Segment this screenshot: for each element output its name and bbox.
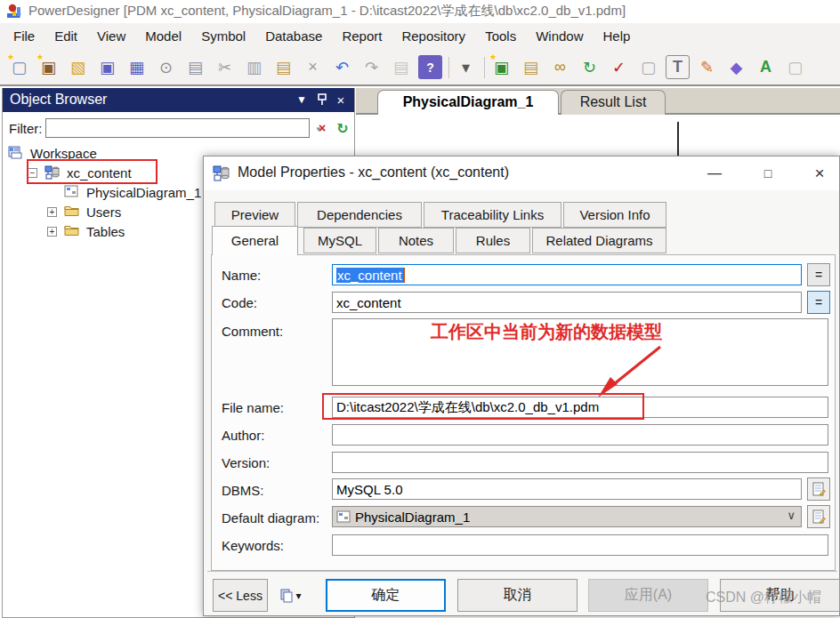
less-button[interactable]: << Less (213, 579, 268, 612)
folder-icon (64, 224, 80, 238)
new-document-icon[interactable]: ▢★ (7, 55, 31, 79)
edge-clipped-icon[interactable]: ▢ (783, 55, 807, 79)
shadow-icon[interactable]: ▢ (636, 55, 660, 79)
delete-icon[interactable]: × (301, 55, 325, 79)
comment-label: Comment: (222, 324, 283, 339)
new-badge-icon: ★ (489, 52, 497, 61)
dialog-tab-dependencies[interactable]: Dependencies (297, 202, 422, 228)
dialog-close-icon[interactable]: × (807, 162, 832, 185)
new-diagram-icon[interactable]: ▣★ (489, 55, 513, 79)
tree-expander-icon[interactable]: + (47, 207, 57, 217)
dialog-title-bar[interactable]: Model Properties - xc_content (xc_conten… (204, 157, 839, 190)
title-bar: PowerDesigner [PDM xc_content, PhysicalD… (0, 0, 840, 23)
menu-view[interactable]: View (87, 23, 135, 50)
report-menu-button[interactable]: ▾ (273, 582, 309, 608)
cancel-button[interactable]: 取消 (457, 579, 578, 612)
save-icon[interactable]: ▣ (95, 55, 119, 79)
text-caret (403, 268, 405, 283)
font-color-icon[interactable]: A (754, 55, 778, 79)
model-properties-icon[interactable]: ▤ (389, 55, 413, 79)
comment-field[interactable] (332, 318, 828, 386)
help-book-icon[interactable]: ? (418, 55, 442, 79)
name-selected-text: xc_content (336, 268, 403, 283)
title-frame-icon[interactable]: T (666, 55, 690, 79)
copy-icon[interactable]: ▥ (242, 55, 266, 79)
menu-edit[interactable]: Edit (44, 23, 87, 50)
panel-close-icon[interactable]: × (333, 92, 349, 108)
tree-expander-icon[interactable]: + (47, 227, 57, 237)
tree-expander-icon[interactable]: − (28, 168, 37, 178)
help-button[interactable]: 帮助 (720, 579, 840, 612)
save-all-icon[interactable]: ▦ (125, 55, 149, 79)
object-browser-title: Object Browser (10, 92, 107, 108)
code-equals-button[interactable]: = (807, 291, 830, 314)
menu-file[interactable]: File (4, 23, 44, 50)
default-diagram-label: Default diagram: (222, 510, 319, 526)
dialog-tab-notes[interactable]: Notes (378, 228, 454, 253)
combo-chevron-icon[interactable]: ∨ (787, 509, 796, 522)
fill-color-icon[interactable]: ◆ (724, 55, 748, 79)
object-browser-header[interactable]: Object Browser ▼ × (3, 88, 354, 112)
filter-refresh-icon[interactable]: ↻ (334, 119, 351, 137)
redo-icon[interactable]: ↷ (359, 55, 384, 79)
toolbar-overflow-icon[interactable]: ▾ (454, 55, 478, 79)
version-field[interactable] (332, 452, 828, 473)
default-diagram-properties-button[interactable] (807, 505, 830, 528)
panel-pin-icon[interactable] (314, 92, 330, 108)
menu-report[interactable]: Report (332, 23, 392, 50)
panel-menu-chevron-icon[interactable]: ▼ (294, 92, 310, 108)
dialog-tab-related-diagrams[interactable]: Related Diagrams (532, 228, 666, 253)
file-name-field[interactable]: D:\itcast2022\学成在线\db\xc2.0_db_v1.pdm (332, 397, 828, 418)
model-icon (213, 165, 230, 182)
dbms-field[interactable]: MySQL 5.0 (332, 478, 802, 500)
dialog-maximize-icon[interactable]: □ (755, 162, 780, 185)
document-tab-physicaldiagram_1[interactable]: PhysicalDiagram_1 (377, 90, 559, 115)
print-icon[interactable]: ▤ (183, 55, 207, 79)
menu-window[interactable]: Window (526, 23, 593, 50)
name-equals-button[interactable]: = (807, 263, 830, 286)
file-name-label: File name: (222, 400, 284, 415)
report-pages-icon (280, 589, 293, 603)
new-badge-icon: ★ (36, 52, 44, 61)
keywords-field[interactable] (332, 534, 828, 556)
dialog-tab-mysql[interactable]: MySQL (303, 228, 376, 253)
cut-icon[interactable]: ✂ (213, 55, 237, 79)
filter-clear-icon[interactable]: × (313, 119, 331, 137)
model-icon (44, 165, 61, 180)
menu-repository[interactable]: Repository (392, 23, 475, 50)
open-model-icon[interactable]: ▧ (66, 55, 90, 79)
new-workspace-icon[interactable]: ▣★ (36, 55, 61, 79)
dialog-tab-preview[interactable]: Preview (214, 202, 295, 228)
document-tab-strip: PhysicalDiagram_1Result List (356, 88, 840, 115)
menu-model[interactable]: Model (135, 23, 191, 50)
default-diagram-combo[interactable]: PhysicalDiagram_1 ∨ (332, 506, 802, 527)
dialog-tab-version-info[interactable]: Version Info (563, 202, 666, 228)
apply-button[interactable]: 应用(A) (588, 579, 708, 612)
menu-tools[interactable]: Tools (475, 23, 526, 50)
find-objects-icon[interactable]: ∞ (548, 55, 572, 79)
check-model-icon[interactable]: ✓ (607, 55, 631, 79)
dialog-tab-general[interactable]: General (212, 226, 298, 255)
model-properties-dialog: Model Properties - xc_content (xc_conten… (203, 156, 840, 616)
code-field[interactable]: xc_content (332, 292, 802, 313)
print-preview-icon[interactable]: ⊙ (154, 55, 178, 79)
author-field[interactable] (332, 424, 828, 445)
menu-database[interactable]: Database (255, 23, 332, 50)
paste-icon[interactable]: ▤ (271, 55, 295, 79)
menu-symbol[interactable]: Symbol (191, 23, 255, 50)
undo-icon[interactable]: ↶ (330, 55, 354, 79)
paste-shortcut-icon[interactable]: ▤ (519, 55, 543, 79)
name-field[interactable]: xc_content (332, 264, 802, 285)
button-separator (207, 571, 837, 572)
toolbar: ▢★▣★▧▣▦⊙▤✂▥▤×↶↷▤?▾▣★▤∞↻✓▢T✎◆A▢ (0, 50, 840, 86)
ok-button[interactable]: 确定 (326, 579, 446, 612)
filter-input[interactable] (45, 118, 310, 138)
dialog-minimize-icon[interactable]: — (702, 162, 727, 185)
document-tab-result-list[interactable]: Result List (561, 90, 666, 115)
brush-icon[interactable]: ✎ (695, 55, 719, 79)
dialog-tab-rules[interactable]: Rules (456, 228, 530, 253)
menu-help[interactable]: Help (594, 23, 641, 50)
refresh-icon[interactable]: ↻ (578, 55, 602, 79)
dialog-tab-traceability-links[interactable]: Traceability Links (424, 202, 561, 228)
dbms-properties-button[interactable] (807, 478, 830, 501)
